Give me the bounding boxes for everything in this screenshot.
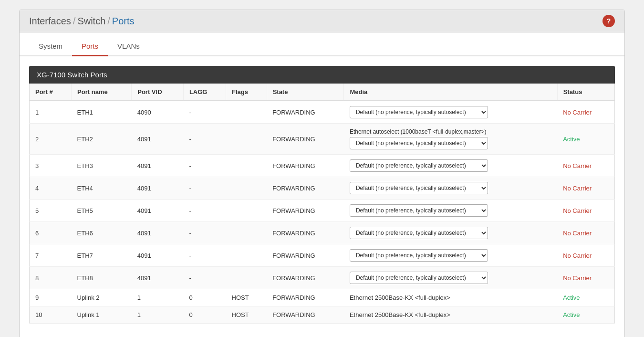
breadcrumb-bar: Interfaces / Switch / Ports ? — [20, 10, 624, 32]
table-row: 4ETH44091-FORWARDINGDefault (no preferen… — [30, 177, 615, 200]
cell-state: FORWARDING — [267, 222, 344, 244]
media-select[interactable]: Default (no preference, typically autose… — [350, 106, 488, 118]
tab-system[interactable]: System — [29, 37, 72, 56]
media-select[interactable]: Default (no preference, typically autose… — [350, 272, 488, 284]
cell-media: Ethernet 2500Base-KX <full-duplex> — [344, 306, 557, 324]
tabs-container: System Ports VLANs — [20, 37, 624, 56]
cell-state: FORWARDING — [267, 289, 344, 306]
cell-state: FORWARDING — [267, 200, 344, 222]
cell-media[interactable]: Default (no preference, typically autose… — [344, 267, 557, 289]
col-status: Status — [557, 84, 614, 101]
cell-flags — [226, 101, 267, 124]
breadcrumb-sep2: / — [107, 16, 110, 27]
cell-name: Uplink 1 — [72, 306, 132, 324]
media-select[interactable]: Default (no preference, typically autose… — [350, 159, 488, 172]
cell-status: No Carrier — [557, 267, 614, 289]
cell-lagg: - — [183, 222, 226, 244]
cell-media[interactable]: Default (no preference, typically autose… — [344, 200, 557, 222]
cell-port: 3 — [30, 155, 72, 177]
cell-flags: HOST — [226, 306, 267, 324]
help-icon[interactable]: ? — [602, 15, 615, 27]
save-area: Save — [20, 333, 624, 337]
cell-status: No Carrier — [557, 101, 614, 124]
cell-vid: 4091 — [132, 124, 184, 155]
cell-port: 6 — [30, 222, 72, 244]
breadcrumb-ports[interactable]: Ports — [112, 16, 135, 27]
cell-name: ETH3 — [72, 155, 132, 177]
cell-status: Active — [557, 124, 614, 155]
cell-status: Active — [557, 289, 614, 306]
cell-name: ETH8 — [72, 267, 132, 289]
cell-port: 1 — [30, 101, 72, 124]
col-port-name: Port name — [72, 84, 132, 101]
cell-status: No Carrier — [557, 177, 614, 200]
table-title: XG-7100 Switch Ports — [29, 66, 615, 84]
media-select[interactable]: Default (no preference, typically autose… — [350, 249, 488, 262]
cell-vid: 4091 — [132, 222, 184, 244]
cell-lagg: - — [183, 267, 226, 289]
cell-port: 2 — [30, 124, 72, 155]
cell-vid: 4091 — [132, 155, 184, 177]
col-state: State — [267, 84, 344, 101]
cell-lagg: 0 — [183, 306, 226, 324]
col-media: Media — [344, 84, 557, 101]
media-info-text: Ethernet autoselect (1000baseT <full-dup… — [350, 128, 551, 135]
table-row: 3ETH34091-FORWARDINGDefault (no preferen… — [30, 155, 615, 177]
cell-state: FORWARDING — [267, 244, 344, 267]
table-row: 2ETH24091-FORWARDINGEthernet autoselect … — [30, 124, 615, 155]
cell-status: No Carrier — [557, 155, 614, 177]
cell-lagg: - — [183, 244, 226, 267]
cell-vid: 4091 — [132, 244, 184, 267]
breadcrumb-switch[interactable]: Switch — [77, 16, 105, 27]
cell-media[interactable]: Default (no preference, typically autose… — [344, 244, 557, 267]
cell-name: ETH2 — [72, 124, 132, 155]
ports-table: Port # Port name Port VID LAGG Flags Sta… — [29, 84, 615, 324]
cell-lagg: - — [183, 155, 226, 177]
cell-flags — [226, 124, 267, 155]
cell-vid: 4090 — [132, 101, 184, 124]
cell-status: No Carrier — [557, 222, 614, 244]
cell-flags — [226, 155, 267, 177]
breadcrumb: Interfaces / Switch / Ports — [29, 16, 135, 27]
media-select[interactable]: Default (no preference, typically autose… — [350, 137, 488, 149]
cell-port: 7 — [30, 244, 72, 267]
tab-vlans[interactable]: VLANs — [108, 37, 149, 56]
cell-port: 10 — [30, 306, 72, 324]
cell-flags — [226, 244, 267, 267]
cell-media[interactable]: Default (no preference, typically autose… — [344, 222, 557, 244]
cell-status: Active — [557, 306, 614, 324]
cell-name: ETH6 — [72, 222, 132, 244]
cell-vid: 1 — [132, 289, 184, 306]
cell-name: ETH4 — [72, 177, 132, 200]
media-select[interactable]: Default (no preference, typically autose… — [350, 227, 488, 239]
table-row: 9Uplink 210HOSTFORWARDINGEthernet 2500Ba… — [30, 289, 615, 306]
cell-vid: 1 — [132, 306, 184, 324]
cell-lagg: - — [183, 124, 226, 155]
cell-flags — [226, 177, 267, 200]
cell-media[interactable]: Default (no preference, typically autose… — [344, 101, 557, 124]
cell-vid: 4091 — [132, 200, 184, 222]
cell-vid: 4091 — [132, 177, 184, 200]
cell-state: FORWARDING — [267, 124, 344, 155]
cell-media[interactable]: Default (no preference, typically autose… — [344, 177, 557, 200]
tab-ports[interactable]: Ports — [72, 37, 108, 56]
cell-status: No Carrier — [557, 244, 614, 267]
cell-state: FORWARDING — [267, 155, 344, 177]
breadcrumb-interfaces[interactable]: Interfaces — [29, 16, 71, 27]
cell-media[interactable]: Default (no preference, typically autose… — [344, 155, 557, 177]
cell-name: ETH7 — [72, 244, 132, 267]
cell-lagg: - — [183, 177, 226, 200]
media-select[interactable]: Default (no preference, typically autose… — [350, 204, 488, 217]
col-lagg: LAGG — [183, 84, 226, 101]
col-port-num: Port # — [30, 84, 72, 101]
cell-media[interactable]: Ethernet autoselect (1000baseT <full-dup… — [344, 124, 557, 155]
table-header-row: Port # Port name Port VID LAGG Flags Sta… — [30, 84, 615, 101]
cell-flags — [226, 222, 267, 244]
cell-state: FORWARDING — [267, 101, 344, 124]
cell-lagg: - — [183, 101, 226, 124]
cell-status: No Carrier — [557, 200, 614, 222]
cell-flags: HOST — [226, 289, 267, 306]
cell-state: FORWARDING — [267, 306, 344, 324]
cell-name: Uplink 2 — [72, 289, 132, 306]
media-select[interactable]: Default (no preference, typically autose… — [350, 182, 488, 194]
